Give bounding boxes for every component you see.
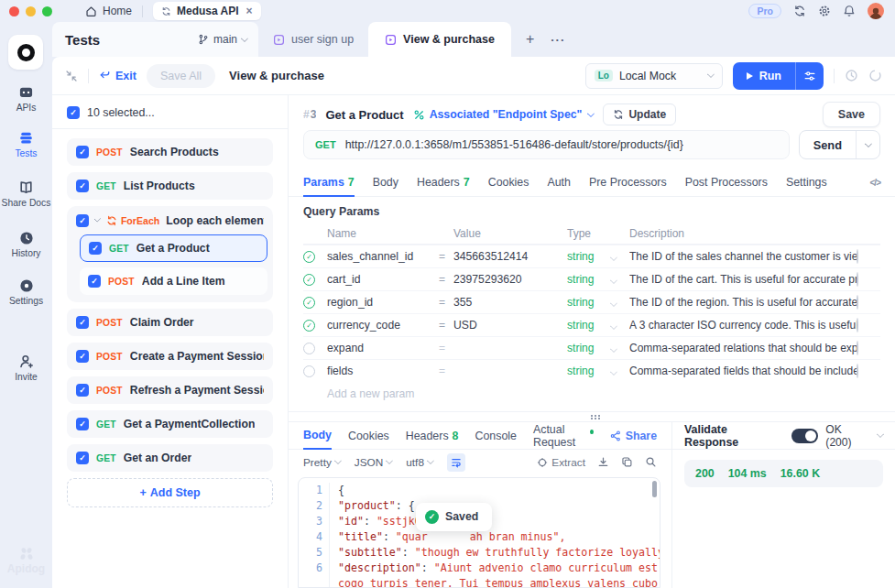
environment-select[interactable]: Lo Local Mock <box>585 63 723 89</box>
param-name[interactable]: sales_channel_id <box>327 250 439 263</box>
run-options-button[interactable] <box>795 62 824 90</box>
home-tab[interactable]: Home <box>85 5 132 17</box>
param-name[interactable]: cart_id <box>327 273 439 286</box>
step-checkbox[interactable]: ✓ <box>76 418 89 430</box>
param-description[interactable]: The ID of the sales channel the customer… <box>629 250 857 263</box>
foreach-header[interactable]: ✓ ForEach Loop each element in {{ <box>72 206 267 234</box>
step-get-an-order[interactable]: ✓ GET Get an Order <box>67 444 273 472</box>
param-enabled-checkbox[interactable]: ✓ <box>303 320 315 332</box>
minimize-window-button[interactable] <box>26 6 36 16</box>
remove-param-icon[interactable] <box>857 272 858 287</box>
tab-response-headers[interactable]: Headers 8 <box>406 422 459 449</box>
param-description[interactable]: A 3 character ISO currency code. This is… <box>629 319 857 332</box>
param-value[interactable]: 355 <box>453 296 567 309</box>
code-icon[interactable]: </> <box>870 178 880 188</box>
remove-param-icon[interactable] <box>857 295 858 310</box>
format-select[interactable]: Pretty <box>303 456 341 469</box>
chevron-down-icon[interactable] <box>610 254 617 261</box>
param-row[interactable]: ✓ expand = string Comma-separated relati… <box>303 336 880 359</box>
chevron-down-icon[interactable] <box>610 345 617 353</box>
param-name[interactable]: fields <box>327 365 439 377</box>
chevron-down-icon[interactable] <box>610 322 617 330</box>
param-value[interactable]: USD <box>453 319 567 332</box>
step-checkbox[interactable]: ✓ <box>76 214 89 227</box>
extract-button[interactable]: Extract <box>537 456 585 469</box>
step-checkbox[interactable]: ✓ <box>88 275 101 288</box>
param-description[interactable]: The ID of the cart. This is useful for a… <box>629 273 857 286</box>
collapse-icon[interactable] <box>65 70 78 82</box>
update-button[interactable]: Update <box>603 103 676 125</box>
encoding-select[interactable]: utf8 <box>406 456 433 469</box>
close-project-tab-icon[interactable]: × <box>246 5 253 16</box>
step-checkbox[interactable]: ✓ <box>76 180 89 192</box>
tab-response-body[interactable]: Body <box>303 423 332 450</box>
chevron-down-icon[interactable] <box>610 368 617 376</box>
param-type[interactable]: string <box>567 250 611 263</box>
user-avatar[interactable] <box>868 3 884 19</box>
sync-icon[interactable] <box>793 5 806 17</box>
param-type[interactable]: string <box>567 365 611 377</box>
param-enabled-checkbox[interactable]: ✓ <box>303 274 315 286</box>
sidebar-item-history[interactable]: History <box>0 231 52 258</box>
run-button[interactable]: Run <box>733 62 795 90</box>
tab-actual-request[interactable]: Actual Request <box>533 422 594 449</box>
associated-endpoint-button[interactable]: Associated "Endpoint Spec" <box>413 108 595 121</box>
tab-params[interactable]: Params 7 <box>303 169 355 197</box>
tab-cookies[interactable]: Cookies <box>488 169 529 196</box>
drag-handle-icon[interactable] <box>591 415 593 417</box>
more-tabs-button[interactable]: ··· <box>551 33 565 47</box>
panel-splitter[interactable] <box>289 411 895 421</box>
sidebar-item-tests[interactable]: Tests <box>0 130 52 158</box>
gear-icon[interactable] <box>818 5 831 17</box>
step-get-paymentcollection[interactable]: ✓ GET Get a PaymentCollection <box>67 410 273 438</box>
param-value[interactable]: 345663512414 <box>453 250 567 263</box>
bell-icon[interactable] <box>843 5 856 17</box>
save-all-button[interactable]: Save All <box>147 64 215 88</box>
param-description[interactable]: The ID of the region. This is useful for… <box>629 296 857 309</box>
chevron-down-icon[interactable] <box>610 277 617 284</box>
project-tab[interactable]: Medusa API × <box>153 2 261 20</box>
param-row[interactable]: ✓ currency_code = USD string A 3 charact… <box>303 313 880 336</box>
param-row[interactable]: ✓ cart_id = 23975293620 string The ID of… <box>303 267 880 290</box>
step-list-products[interactable]: ✓ GET List Products <box>67 172 273 200</box>
tab-console[interactable]: Console <box>475 422 517 449</box>
add-step-button[interactable]: + Add Step <box>67 478 273 507</box>
validate-response-toggle[interactable] <box>791 429 819 443</box>
tab-body[interactable]: Body <box>373 169 398 196</box>
tab-response-cookies[interactable]: Cookies <box>348 422 389 449</box>
select-all-checkbox[interactable]: ✓ <box>67 106 80 119</box>
step-add-a-line-item[interactable]: ✓ POST Add a Line Item <box>80 267 267 295</box>
param-enabled-checkbox[interactable]: ✓ <box>303 251 315 263</box>
step-checkbox[interactable]: ✓ <box>76 350 89 363</box>
sidebar-item-share-docs[interactable]: Share Docs <box>0 180 52 208</box>
tab-pre-processors[interactable]: Pre Processors <box>589 169 667 196</box>
sidebar-item-apis[interactable]: APIs <box>0 84 52 113</box>
tab-auth[interactable]: Auth <box>547 169 571 196</box>
zoom-window-button[interactable] <box>42 6 52 16</box>
send-options-button[interactable] <box>856 131 879 158</box>
add-scenario-tab-button[interactable]: + <box>526 31 534 48</box>
step-checkbox[interactable]: ✓ <box>76 146 89 158</box>
step-create-payment-session[interactable]: ✓ POST Create a Payment Session <box>67 343 273 370</box>
param-type[interactable]: string <box>567 273 611 286</box>
param-row[interactable]: ✓ sales_channel_id = 345663512414 string… <box>303 245 880 267</box>
tab-headers[interactable]: Headers 7 <box>417 169 470 196</box>
step-refresh-payment-session[interactable]: ✓ POST Refresh a Payment Session <box>67 376 273 404</box>
run-history-icon[interactable] <box>845 69 858 82</box>
response-meta-chip[interactable]: 200 104 ms 16.60 K <box>684 460 883 487</box>
share-button[interactable]: Share <box>610 430 657 442</box>
step-checkbox[interactable]: ✓ <box>89 242 102 255</box>
sidebar-item-invite[interactable]: Invite <box>0 354 52 382</box>
restore-icon[interactable] <box>868 69 882 82</box>
url-input[interactable]: GET http://127.0.0.1:3658/m1/553851-5164… <box>303 130 790 159</box>
save-button[interactable]: Save <box>823 102 880 127</box>
language-select[interactable]: JSON <box>355 456 392 469</box>
tab-user-sign-up[interactable]: user sign up <box>258 22 368 57</box>
chevron-down-icon[interactable] <box>877 430 884 438</box>
param-enabled-checkbox[interactable]: ✓ <box>303 343 315 354</box>
param-row[interactable]: ✓ fields = string Comma-separated fields… <box>303 359 880 382</box>
param-row[interactable]: ✓ region_id = 355 string The ID of the r… <box>303 290 880 313</box>
send-button[interactable]: Send <box>800 131 856 158</box>
remove-param-icon[interactable] <box>857 364 858 378</box>
param-description[interactable]: Comma-separated fields that should be in… <box>629 365 857 377</box>
